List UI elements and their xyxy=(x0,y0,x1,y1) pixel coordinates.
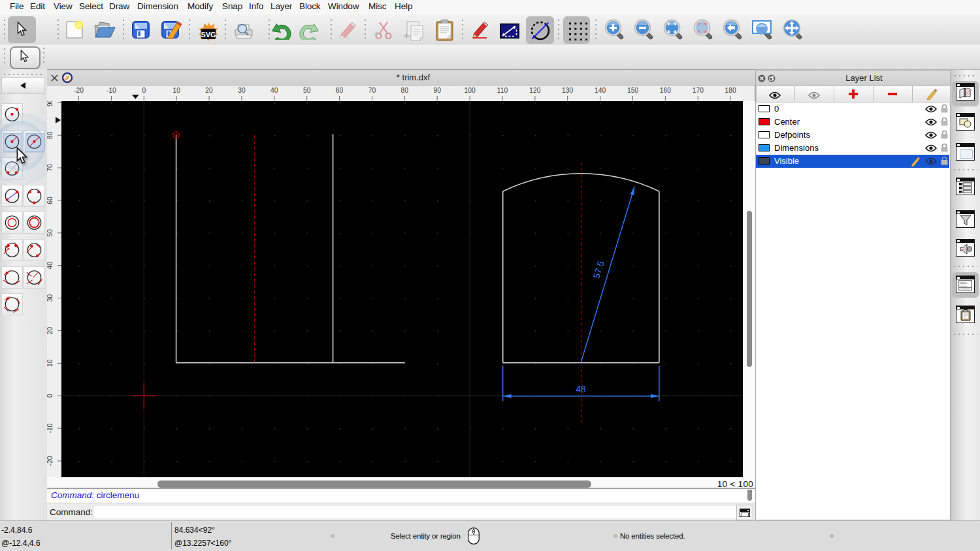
svg-text:80: 80 xyxy=(47,131,54,139)
svg-text:57.5: 57.5 xyxy=(591,259,606,279)
svg-text:20: 20 xyxy=(47,326,54,334)
svg-text:-10: -10 xyxy=(47,423,54,433)
svg-text:180: 180 xyxy=(725,87,736,94)
svg-text:50: 50 xyxy=(303,87,311,94)
svg-text:48: 48 xyxy=(576,384,586,394)
svg-text:20: 20 xyxy=(205,87,213,94)
svg-text:30: 30 xyxy=(47,294,54,302)
svg-text:110: 110 xyxy=(497,87,508,94)
svg-text:0: 0 xyxy=(47,394,54,398)
svg-text:100: 100 xyxy=(465,87,476,94)
svg-text:40: 40 xyxy=(47,262,54,270)
svg-text:10: 10 xyxy=(47,359,54,367)
svg-text:10: 10 xyxy=(172,87,180,94)
svg-text:160: 160 xyxy=(660,87,671,94)
svg-text:SVG: SVG xyxy=(201,31,216,39)
svg-text:90: 90 xyxy=(47,101,54,106)
svg-text:70: 70 xyxy=(368,87,376,94)
svg-text:140: 140 xyxy=(595,87,606,94)
svg-text:80: 80 xyxy=(401,87,409,94)
svg-text:130: 130 xyxy=(562,87,573,94)
svg-text:-20: -20 xyxy=(74,87,84,94)
svg-text:-10: -10 xyxy=(106,87,116,94)
svg-text:-20: -20 xyxy=(47,456,54,465)
svg-text:120: 120 xyxy=(529,87,540,94)
svg-text:0: 0 xyxy=(142,87,146,94)
svg-text:90: 90 xyxy=(433,87,441,94)
svg-text:30: 30 xyxy=(238,87,246,94)
svg-text:60: 60 xyxy=(47,197,54,204)
svg-text:60: 60 xyxy=(336,87,344,94)
svg-text:40: 40 xyxy=(270,87,278,94)
svg-text:50: 50 xyxy=(47,229,54,237)
svg-text:70: 70 xyxy=(47,164,54,172)
svg-text:150: 150 xyxy=(627,87,638,94)
svg-text:170: 170 xyxy=(693,87,704,94)
